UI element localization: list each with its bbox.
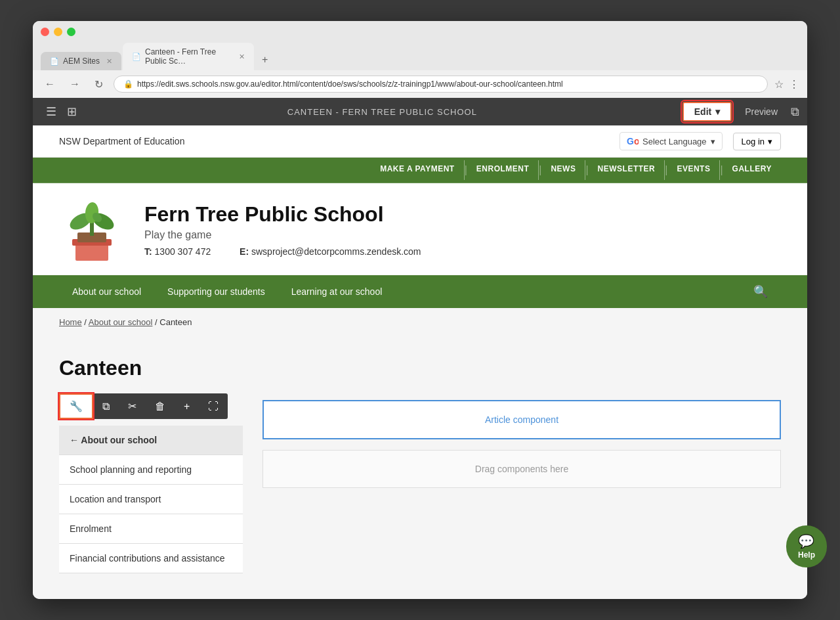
edit-dropdown-icon: ▾ bbox=[715, 106, 720, 117]
component-toolbar: 🔧 ⧉ ✂ 🗑 + ⛶ bbox=[59, 393, 228, 419]
tab-icon-active: 📄 bbox=[132, 53, 141, 61]
school-email: E: swsproject@detcorpcomms.zendesk.com bbox=[240, 246, 434, 257]
login-dropdown-icon: ▾ bbox=[768, 137, 772, 146]
nsw-dept-label: NSW Department of Education bbox=[59, 136, 184, 146]
svg-text:Google: Google bbox=[627, 136, 639, 146]
school-header: Fern Tree Public School Play the game T:… bbox=[33, 183, 807, 275]
sidebar-item-enrolment[interactable]: Enrolment bbox=[59, 514, 243, 544]
delete-tool-button[interactable]: 🗑 bbox=[146, 395, 175, 418]
tab-icon: 📄 bbox=[50, 57, 59, 66]
breadcrumb: Home / About our school / Canteen bbox=[33, 308, 807, 336]
bookmark-icon[interactable]: ☆ bbox=[774, 78, 784, 91]
select-language-label: Select Language bbox=[642, 137, 707, 146]
nav-about-school[interactable]: About our school bbox=[59, 275, 154, 308]
add-tool-button[interactable]: + bbox=[175, 395, 199, 418]
school-phone: T: 1300 307 472 bbox=[144, 246, 226, 257]
tab-label-active: Canteen - Fern Tree Public Sc… bbox=[145, 47, 232, 66]
main-navigation: About our school Supporting our students… bbox=[33, 275, 807, 308]
fullscreen-tool-button[interactable]: ⛶ bbox=[199, 395, 228, 418]
google-translate-widget[interactable]: Google Select Language ▾ bbox=[620, 132, 723, 150]
search-button[interactable]: 🔍 bbox=[740, 275, 781, 308]
help-icon: 💬 bbox=[798, 533, 814, 549]
nav-gallery[interactable]: GALLERY bbox=[723, 160, 781, 180]
sidebar-item-financial[interactable]: Financial contributions and assistance bbox=[59, 544, 243, 573]
cut-tool-button[interactable]: ✂ bbox=[119, 395, 146, 418]
reload-button[interactable]: ↻ bbox=[91, 77, 107, 92]
school-logo bbox=[59, 196, 125, 262]
breadcrumb-current: Canteen bbox=[159, 317, 192, 327]
translate-dropdown-icon: ▾ bbox=[711, 137, 715, 146]
drag-drop-label: Drag components here bbox=[475, 464, 568, 474]
properties-tool-button[interactable]: 🔧 bbox=[59, 393, 93, 419]
breadcrumb-home[interactable]: Home bbox=[59, 317, 82, 327]
nav-make-payment[interactable]: MAKE A PAYMENT bbox=[371, 160, 464, 180]
close-button[interactable] bbox=[41, 28, 49, 36]
nav-news[interactable]: NEWS bbox=[541, 160, 585, 180]
tab-label: AEM Sites bbox=[63, 56, 100, 66]
tab-aem-sites[interactable]: 📄 AEM Sites ✕ bbox=[41, 52, 121, 70]
address-bar[interactable]: 🔒 https://edit.sws.schools.nsw.gov.au/ed… bbox=[114, 76, 768, 93]
share-button[interactable]: ⧉ bbox=[791, 105, 799, 119]
copy-tool-button[interactable]: ⧉ bbox=[93, 395, 119, 418]
nav-enrolment[interactable]: ENROLMENT bbox=[467, 160, 539, 180]
preview-button[interactable]: Preview bbox=[737, 103, 786, 120]
back-button[interactable]: ← bbox=[41, 77, 59, 91]
tab-canteen[interactable]: 📄 Canteen - Fern Tree Public Sc… ✕ bbox=[123, 43, 254, 70]
aem-page-title: CANTEEN - FERN TREE PUBLIC SCHOOL bbox=[82, 107, 682, 117]
school-tagline: Play the game bbox=[144, 229, 448, 241]
maximize-button[interactable] bbox=[67, 28, 75, 36]
sidebar-item-about-active[interactable]: ← About our school bbox=[59, 426, 243, 455]
sidebar-item-location[interactable]: Location and transport bbox=[59, 485, 243, 514]
edit-button[interactable]: Edit ▾ bbox=[682, 102, 732, 122]
url-text: https://edit.sws.schools.nsw.gov.au/edit… bbox=[137, 79, 758, 89]
nav-learning[interactable]: Learning at our school bbox=[278, 275, 396, 308]
help-label: Help bbox=[798, 550, 815, 560]
article-component-label: Article component bbox=[485, 414, 558, 425]
sidebar-item-planning[interactable]: School planning and reporting bbox=[59, 455, 243, 485]
google-icon: Google bbox=[627, 135, 639, 147]
nav-events[interactable]: EVENTS bbox=[667, 160, 720, 180]
page-title: Canteen bbox=[59, 356, 781, 380]
settings-button[interactable]: ⊞ bbox=[62, 102, 82, 122]
help-button[interactable]: 💬 Help bbox=[786, 525, 827, 567]
edit-label: Edit bbox=[694, 106, 711, 117]
nav-newsletter[interactable]: NEWSLETTER bbox=[589, 160, 665, 180]
new-tab-button[interactable]: + bbox=[255, 49, 274, 70]
tab-close-active-icon[interactable]: ✕ bbox=[239, 53, 245, 61]
drag-drop-zone[interactable]: Drag components here bbox=[262, 450, 781, 488]
school-name: Fern Tree Public School bbox=[144, 202, 448, 227]
school-info: Fern Tree Public School Play the game T:… bbox=[144, 202, 448, 257]
login-label: Log in bbox=[742, 137, 765, 146]
main-content-area: Article component Drag components here bbox=[262, 400, 781, 573]
forward-button[interactable]: → bbox=[66, 77, 84, 91]
breadcrumb-section[interactable]: About our school bbox=[89, 317, 153, 327]
login-button[interactable]: Log in ▾ bbox=[733, 133, 781, 150]
tab-close-icon[interactable]: ✕ bbox=[106, 57, 112, 66]
sidebar-toggle-button[interactable]: ☰ bbox=[41, 102, 62, 122]
top-nav-bar: MAKE A PAYMENT | ENROLMENT | NEWS | NEWS… bbox=[33, 158, 807, 183]
sidebar: 🔧 ⧉ ✂ 🗑 + ⛶ ← About our school School pl… bbox=[59, 400, 243, 573]
lock-icon: 🔒 bbox=[123, 79, 133, 89]
minimize-button[interactable] bbox=[54, 28, 62, 36]
article-component-box[interactable]: Article component bbox=[262, 400, 781, 439]
menu-icon[interactable]: ⋮ bbox=[789, 78, 799, 91]
nav-supporting-students[interactable]: Supporting our students bbox=[154, 275, 278, 308]
page-content: Canteen 🔧 ⧉ ✂ 🗑 + ⛶ ← About our school S… bbox=[33, 336, 807, 599]
